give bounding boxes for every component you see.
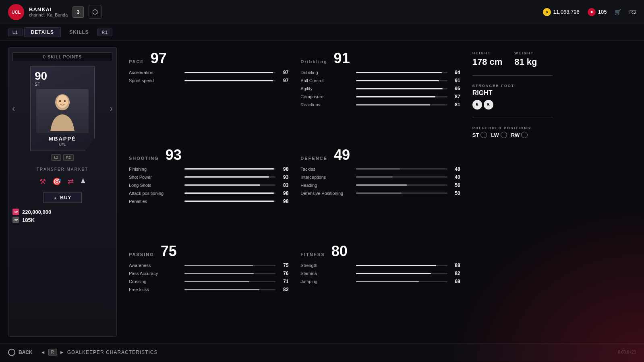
tab-details[interactable]: DETAILS [24, 27, 61, 37]
stat-row: Free kicks 82 [129, 287, 288, 292]
tab-skills[interactable]: SKILLS [62, 27, 96, 37]
stat-row: Ball Control 91 [300, 78, 460, 83]
ucl-badge: UCL [8, 4, 24, 20]
price-info: CP 220,000,000 RP 185K [12, 209, 112, 223]
rp-price-row: RP 185K [12, 217, 112, 223]
coins-currency: $ 11,068,796 [543, 8, 580, 16]
target-icon[interactable]: 🎯 [52, 177, 61, 186]
stat-row: Composure 87 [300, 94, 460, 99]
r-badge: R [48, 349, 57, 356]
fitness-value: 80 [331, 244, 348, 259]
stat-row: Jumping 69 [300, 279, 460, 284]
tab-r1[interactable]: R1 [97, 29, 112, 36]
l2-badge: L2 [51, 154, 61, 161]
tab-l1[interactable]: L1 [8, 29, 23, 36]
dribbling-label: Dribbling [300, 59, 327, 64]
stat-row: Penalties 98 [129, 199, 288, 204]
coins-icon: $ [543, 8, 551, 16]
weight-section: WEIGHT 81 kg [514, 51, 537, 67]
dribbling-header: Dribbling 91 [300, 51, 460, 66]
svg-point-1 [57, 95, 68, 108]
defence-group: DEFENCE 49 Tackles 48 Interceptions 40 H… [300, 144, 460, 240]
player-card-wrapper: ‹ 90 ST MBAPPÉ UF [24, 66, 101, 151]
level-badge: 3 [72, 6, 84, 18]
shooting-rows: Finishing 98 Shot Power 93 Long Shots 83… [129, 166, 288, 204]
pace-header: PACE 97 [129, 51, 288, 66]
goalkeeper-action[interactable]: ◄ R ► GOALKEEPER CHARACTERISTICS [41, 349, 158, 356]
main-content: 0 SKILL POINTS ‹ 90 ST [0, 41, 644, 343]
cp-value: 220,000,000 [22, 209, 51, 215]
arrows-icon[interactable]: ⇄ [68, 177, 74, 186]
coins-value: 11,068,796 [553, 9, 580, 15]
pos-st: ST [472, 132, 487, 138]
buy-button[interactable]: BUY [43, 192, 81, 203]
dribbling-group: Dribbling 91 Dribbling 94 Ball Control 9… [300, 47, 460, 144]
circle-icon [8, 349, 15, 356]
cp-icon: CP [12, 209, 19, 215]
stat-row: Tackles 48 [300, 166, 460, 172]
pos-rw-icon [521, 132, 528, 138]
fitness-header: FITNESS 80 [300, 244, 460, 259]
positions-section: PREFERRED POSITIONS ST LW RW [472, 126, 553, 138]
stat-row: Long Shots 83 [129, 182, 288, 188]
passing-value: 75 [161, 244, 177, 259]
person-icon[interactable]: ♟ [80, 177, 86, 186]
divider [472, 118, 553, 118]
passing-label: PASSING [129, 252, 154, 257]
stat-row: Pass Accuracy 76 [129, 271, 288, 276]
defence-label: DEFENCE [300, 156, 327, 161]
stat-row: Sprint speed 97 [129, 78, 288, 83]
defence-rows: Tackles 48 Interceptions 40 Heading 56 D… [300, 166, 460, 196]
fitness-label: FITNESS [300, 252, 325, 257]
positions-label: PREFERRED POSITIONS [472, 126, 553, 130]
channel-name: channel_Ka_Banda [29, 12, 68, 17]
dribbling-rows: Dribbling 94 Ball Control 91 Agility 95 … [300, 70, 460, 108]
fitness-rows: Strength 88 Stamina 82 Jumping 69 [300, 263, 460, 284]
points-icon: ◈ [588, 8, 596, 16]
transfer-market-label: TRANSFER MARKET [37, 167, 88, 172]
pos-lw-icon [501, 132, 507, 138]
tools-icon[interactable]: ⚒ [39, 177, 46, 186]
stronger-foot-label: STRONGER FOOT [472, 84, 553, 88]
stat-row: Acceleration 97 [129, 70, 288, 75]
pace-label: PACE [129, 59, 144, 64]
stat-row: Interceptions 40 [300, 174, 460, 180]
cp-price-row: CP 220,000,000 [12, 209, 112, 215]
player-name: MBAPPÉ [35, 136, 90, 142]
pace-group: PACE 97 Acceleration 97 Sprint speed 97 [129, 47, 288, 144]
shooting-label: SHOOTING [129, 156, 159, 161]
version-label: 0.60.0+23 [618, 350, 636, 354]
pos-lw: LW [491, 132, 507, 138]
weak-foot-star: 5 [472, 100, 482, 110]
weight-label: WEIGHT [514, 51, 537, 55]
pace-rows: Acceleration 97 Sprint speed 97 [129, 70, 288, 83]
action-icons: ⚒ 🎯 ⇄ ♟ [39, 177, 86, 186]
pos-st-icon [480, 132, 487, 138]
divider [472, 75, 553, 76]
username: BANKAI [29, 6, 68, 12]
card-badge: UFL [35, 143, 90, 147]
height-value: 178 cm [472, 57, 503, 67]
passing-header: PASSING 75 [129, 244, 288, 259]
prev-player-button[interactable]: ‹ [12, 103, 15, 114]
stat-row: Shot Power 93 [129, 174, 288, 180]
back-label: BACK [19, 350, 33, 355]
pace-value: 97 [151, 51, 167, 66]
height-section: HEIGHT 178 cm [472, 51, 503, 67]
player-card-panel: 0 SKILL POINTS ‹ 90 ST [8, 47, 117, 337]
card-rating: 90 [35, 70, 90, 82]
passing-rows: Awareness 75 Pass Accuracy 76 Crossing 7… [129, 263, 288, 292]
fitness-group: FITNESS 80 Strength 88 Stamina 82 Jumpin… [300, 240, 460, 337]
next-player-button[interactable]: › [110, 103, 113, 114]
stat-row: Stamina 82 [300, 271, 460, 276]
back-button[interactable]: BACK [8, 349, 33, 356]
stat-row: Reactions 81 [300, 102, 460, 108]
passing-group: PASSING 75 Awareness 75 Pass Accuracy 76… [129, 240, 288, 337]
stat-row: Heading 56 [300, 182, 460, 188]
shooting-value: 93 [166, 148, 182, 162]
cart-icon[interactable]: 🛒 [615, 9, 621, 15]
positions-row: ST LW RW [472, 132, 553, 138]
r3-badge[interactable]: R3 [629, 9, 636, 15]
rp-value: 185K [22, 217, 35, 223]
top-left: UCL BANKAI channel_Ka_Banda 3 ⬡ [8, 4, 101, 20]
